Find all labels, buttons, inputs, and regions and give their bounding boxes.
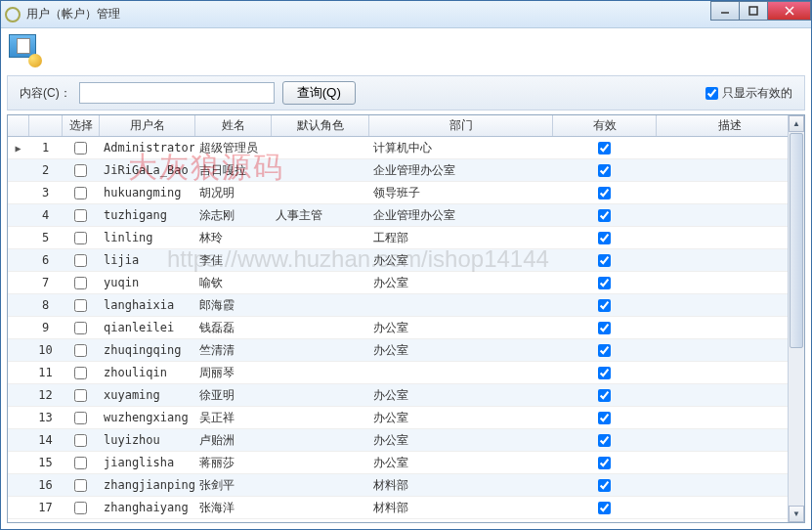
valid-only-checkbox[interactable]: 只显示有效的 — [705, 85, 792, 102]
col-select[interactable]: 选择 — [63, 115, 100, 136]
toolbar — [1, 28, 811, 75]
cell-valid[interactable] — [553, 389, 657, 402]
cell-valid[interactable] — [553, 479, 657, 492]
query-button[interactable]: 查询(Q) — [282, 81, 356, 105]
table-row[interactable]: 17zhanghaiyang张海洋材料部 — [8, 497, 804, 519]
cell-valid[interactable] — [553, 164, 657, 177]
cell-valid[interactable] — [553, 299, 657, 312]
table-row[interactable]: 12xuyaming徐亚明办公室 — [8, 384, 804, 407]
cell-username: JiRiGaLa_Bao — [100, 163, 195, 177]
table-row[interactable]: 14luyizhou卢贻洲办公室 — [8, 429, 804, 452]
scroll-down-button[interactable]: ▼ — [789, 506, 804, 522]
cell-name: 钱磊磊 — [195, 320, 272, 336]
maximize-button[interactable] — [739, 1, 768, 21]
col-department[interactable]: 部门 — [369, 115, 553, 136]
row-select[interactable] — [63, 479, 100, 492]
scroll-up-button[interactable]: ▲ — [789, 115, 804, 132]
cell-valid[interactable] — [553, 142, 657, 155]
table-row[interactable]: 8langhaixia郎海霞 — [8, 294, 804, 317]
cell-valid[interactable] — [553, 457, 657, 469]
cell-username: jianglisha — [100, 456, 195, 469]
col-name[interactable]: 姓名 — [195, 115, 272, 136]
table-row[interactable]: 2JiRiGaLa_Bao吉日嘎拉企业管理办公室 — [8, 159, 804, 182]
cell-valid[interactable] — [553, 254, 657, 267]
window: 用户（帐户）管理 内容(C)： 查询(Q) 只显示有效的 选择 用户名 姓名 默… — [0, 0, 812, 530]
cell-valid[interactable] — [553, 502, 657, 514]
row-select[interactable] — [63, 142, 100, 155]
table-row[interactable]: 10zhuqingqing竺清清办公室 — [8, 339, 804, 362]
table-row[interactable]: 4tuzhigang涂志刚人事主管企业管理办公室 — [8, 204, 804, 227]
row-select[interactable] — [63, 322, 100, 334]
table-row[interactable]: ▶1Administrator超级管理员计算机中心 — [8, 137, 804, 159]
table-row[interactable]: 3hukuangming胡况明领导班子 — [8, 182, 804, 204]
cell-username: zhouliqin — [100, 366, 195, 379]
col-description[interactable]: 描述 — [657, 115, 804, 136]
cell-valid[interactable] — [553, 277, 657, 289]
row-number: 6 — [29, 253, 63, 267]
cell-department: 企业管理办公室 — [369, 162, 553, 179]
row-select[interactable] — [63, 502, 100, 514]
cell-name: 超级管理员 — [195, 140, 272, 156]
row-select[interactable] — [63, 277, 100, 289]
row-select[interactable] — [63, 187, 100, 199]
row-select[interactable] — [63, 389, 100, 402]
cell-valid[interactable] — [553, 322, 657, 334]
cell-department: 办公室 — [369, 252, 553, 269]
cell-valid[interactable] — [553, 434, 657, 447]
row-select[interactable] — [63, 367, 100, 379]
cell-username: Administrator — [100, 141, 195, 155]
row-select[interactable] — [63, 434, 100, 447]
vertical-scrollbar[interactable]: ▲ ▼ — [788, 115, 804, 522]
table-row[interactable]: 16zhangjianping张剑平材料部 — [8, 474, 804, 497]
col-valid[interactable]: 有效 — [553, 115, 657, 136]
cell-valid[interactable] — [553, 187, 657, 199]
row-select[interactable] — [63, 232, 100, 244]
cell-valid[interactable] — [553, 412, 657, 424]
cell-name: 郎海霞 — [195, 297, 272, 314]
cell-valid[interactable] — [553, 367, 657, 379]
row-select[interactable] — [63, 299, 100, 312]
row-select[interactable] — [63, 457, 100, 469]
cell-valid[interactable] — [553, 232, 657, 244]
cell-username: qianleilei — [100, 321, 195, 334]
row-select[interactable] — [63, 412, 100, 424]
cell-valid[interactable] — [553, 344, 657, 357]
user-mgmt-icon — [9, 34, 44, 69]
valid-only-input[interactable] — [705, 87, 718, 100]
table-row[interactable]: 5linling林玲工程部 — [8, 227, 804, 249]
row-select[interactable] — [63, 209, 100, 222]
table-row[interactable]: 9qianleilei钱磊磊办公室 — [8, 317, 804, 339]
cell-name: 吉日嘎拉 — [195, 162, 272, 179]
cell-name: 卢贻洲 — [195, 432, 272, 449]
cell-username: linling — [100, 231, 195, 244]
valid-only-label: 只显示有效的 — [722, 85, 792, 102]
row-number: 15 — [29, 456, 63, 469]
row-select[interactable] — [63, 254, 100, 267]
col-role[interactable]: 默认角色 — [272, 115, 369, 136]
cell-name: 胡况明 — [195, 185, 272, 201]
row-select[interactable] — [63, 344, 100, 357]
table-row[interactable]: 7yuqin喻钦办公室 — [8, 272, 804, 294]
close-button[interactable] — [767, 1, 811, 21]
table-row[interactable]: 15jianglisha蒋丽莎办公室 — [8, 452, 804, 474]
search-input[interactable] — [79, 82, 275, 104]
window-title: 用户（帐户）管理 — [26, 6, 807, 22]
col-number[interactable] — [29, 115, 63, 136]
row-number: 13 — [29, 411, 63, 424]
row-number: 11 — [29, 366, 63, 379]
scroll-thumb[interactable] — [790, 133, 803, 348]
row-select[interactable] — [63, 164, 100, 177]
cell-name: 徐亚明 — [195, 387, 272, 404]
table-row[interactable]: 6lijia李佳办公室 — [8, 249, 804, 272]
cell-department: 领导班子 — [369, 185, 553, 201]
col-pointer[interactable] — [8, 115, 29, 136]
col-username[interactable]: 用户名 — [100, 115, 195, 136]
row-number: 3 — [29, 186, 63, 199]
table-row[interactable]: 11zhouliqin周丽琴 — [8, 362, 804, 384]
titlebar[interactable]: 用户（帐户）管理 — [1, 1, 811, 28]
table-row[interactable]: 13wuzhengxiang吴正祥办公室 — [8, 407, 804, 429]
cell-username: tuzhigang — [100, 208, 195, 222]
row-number: 7 — [29, 276, 63, 289]
cell-valid[interactable] — [553, 209, 657, 222]
minimize-button[interactable] — [710, 1, 740, 21]
